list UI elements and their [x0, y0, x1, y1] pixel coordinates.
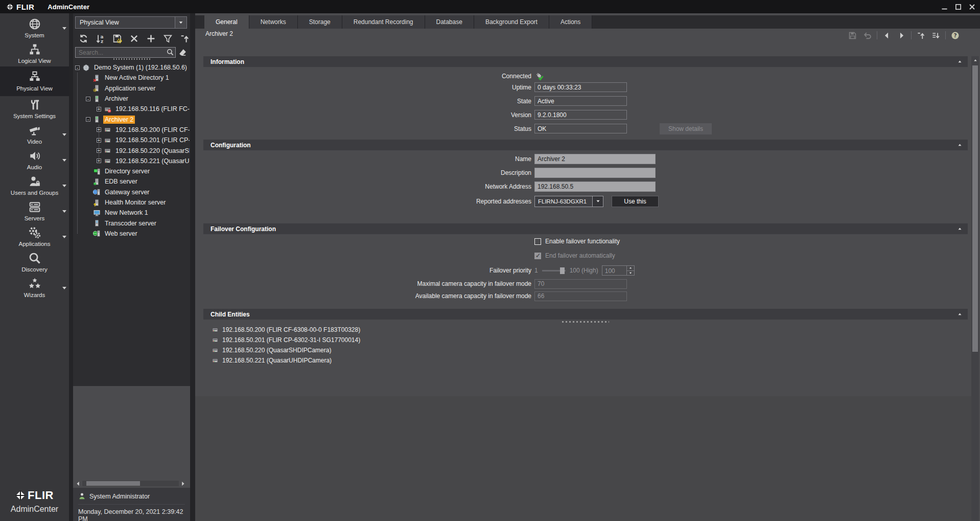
child-entity-row[interactable]: 192.168.50.200 (FLIR CF-6308-00-0 F183T0… [203, 325, 968, 335]
end-failover-checkbox[interactable] [534, 253, 541, 259]
search-input[interactable] [75, 47, 176, 58]
sidebar-item-users-and-groups[interactable]: Users and Groups [0, 173, 69, 198]
tab-general[interactable]: General [204, 15, 249, 29]
information-header[interactable]: Information [203, 56, 968, 67]
collapse-section-icon[interactable] [957, 226, 963, 232]
expander-plus-icon[interactable]: + [97, 158, 101, 163]
enable-failover-checkbox[interactable] [534, 238, 541, 245]
collapse-section-icon[interactable] [957, 311, 963, 317]
tree-node-application-server[interactable]: Application server [73, 83, 190, 94]
tree-node-demo-system-1-192-168-50-6[interactable]: -Demo System (1) (192.168.50.6) [73, 62, 190, 73]
tab-storage[interactable]: Storage [298, 15, 342, 29]
sidebar-item-logical-view[interactable]: Logical View [0, 41, 69, 66]
tree-node-new-network-1[interactable]: New Network 1 [73, 208, 190, 218]
tree-node-new-active-directory-1[interactable]: New Active Directory 1 [73, 73, 190, 83]
max-capacity-field[interactable] [534, 279, 627, 289]
show-details-button[interactable]: Show details [660, 123, 712, 134]
tree-node-gateway-server[interactable]: Gateway server [73, 187, 190, 197]
expander-minus-icon[interactable]: - [75, 65, 80, 70]
plus-icon[interactable] [146, 34, 156, 43]
spinner-down-button[interactable] [627, 270, 634, 276]
scrollbar-track[interactable] [82, 481, 179, 486]
dropdown-arrow-button[interactable] [592, 196, 603, 207]
tab-actions[interactable]: Actions [549, 15, 592, 29]
sort-az-icon[interactable]: az [96, 34, 105, 43]
slider-thumb[interactable] [560, 267, 565, 274]
view-selector-dropdown[interactable]: Physical View [75, 16, 187, 29]
uptime-field[interactable] [534, 82, 627, 92]
view-selector-arrow-button[interactable] [175, 17, 186, 28]
name-field[interactable] [534, 154, 656, 164]
failover-header[interactable]: Failover Configuration [203, 223, 968, 234]
scroll-right-icon[interactable] [180, 481, 186, 487]
forward-button[interactable] [897, 31, 906, 40]
priority-spinner[interactable]: 100 [602, 265, 635, 276]
description-field[interactable] [534, 168, 656, 178]
network-address-field[interactable] [534, 182, 656, 192]
sidebar-item-servers[interactable]: Servers [0, 198, 69, 224]
help-button[interactable]: ? [951, 31, 960, 40]
close-x-icon[interactable] [129, 34, 139, 43]
sidebar-item-wizards[interactable]: Wizards [0, 275, 69, 301]
sidebar-item-applications[interactable]: Applications [0, 224, 69, 250]
tree-node-archiver[interactable]: -Archiver [73, 94, 190, 104]
close-button[interactable] [968, 3, 976, 11]
clear-search-button[interactable] [178, 48, 187, 57]
refresh-icon[interactable] [79, 34, 88, 43]
save-button[interactable] [848, 31, 857, 40]
scroll-up-button[interactable] [972, 57, 978, 64]
tree-node-web-server[interactable]: Web server [73, 229, 190, 239]
tab-redundant-recording[interactable]: Redundant Recording [342, 15, 425, 29]
tab-database[interactable]: Database [425, 15, 474, 29]
minimize-button[interactable] [941, 3, 948, 11]
back-button[interactable] [882, 31, 891, 40]
save-gear-icon[interactable] [112, 34, 122, 43]
collapse-section-icon[interactable] [957, 142, 963, 148]
tree-node-archiver-2[interactable]: -Archiver 2 [73, 114, 190, 124]
collapse-section-icon[interactable] [957, 59, 963, 64]
maximize-button[interactable] [954, 3, 962, 11]
sidebar-item-physical-view[interactable]: Physical View [0, 66, 69, 96]
available-capacity-field[interactable] [534, 291, 627, 301]
child-entity-row[interactable]: 192.168.50.221 (QuasarUHDIPCamera) [203, 355, 968, 366]
undo-button[interactable] [863, 31, 872, 40]
child-entities-header[interactable]: Child Entities [203, 309, 968, 320]
tree-node-192-168-50-201-flir-cp-63[interactable]: +192.168.50.201 (FLIR CP-63 [73, 135, 190, 145]
tree-node-192-168-50-200-flir-cf-63[interactable]: +192.168.50.200 (FLIR CF-63 [73, 125, 190, 135]
expander-minus-icon[interactable]: - [86, 97, 90, 101]
scrollbar-thumb[interactable] [972, 65, 978, 352]
sidebar-item-system-settings[interactable]: System Settings [0, 96, 69, 122]
configuration-header[interactable]: Configuration [203, 140, 968, 150]
sidebar-item-audio[interactable]: Audio [0, 147, 69, 173]
spinner-up-button[interactable] [627, 266, 634, 270]
expander-plus-icon[interactable]: + [97, 148, 101, 153]
scrollbar-thumb[interactable] [86, 481, 141, 486]
splitter-handle[interactable] [113, 58, 150, 60]
child-entity-row[interactable]: 192.168.50.220 (QuasarSHDIPCamera) [203, 345, 968, 355]
tree-node-192-168-50-116-flir-fc-se[interactable]: +192.168.50.116 (FLIR FC-Se [73, 104, 190, 114]
status-field[interactable] [534, 124, 627, 133]
priority-slider[interactable] [542, 267, 566, 274]
state-field[interactable] [534, 96, 627, 106]
version-field[interactable] [534, 110, 627, 120]
sidebar-item-discovery[interactable]: Discovery [0, 250, 69, 275]
tab-networks[interactable]: Networks [249, 15, 298, 29]
expand-all-button[interactable] [931, 31, 940, 40]
collapse-all-button[interactable] [917, 31, 925, 40]
expander-plus-icon[interactable]: + [97, 138, 101, 143]
tree-horizontal-scrollbar[interactable] [75, 480, 186, 487]
sidebar-item-video[interactable]: Video [0, 122, 69, 147]
reported-addresses-dropdown[interactable]: FLIRNJ-63DGXR1 [534, 196, 603, 207]
tree-node-directory-server[interactable]: Directory server [73, 166, 190, 176]
promote-icon[interactable] [180, 34, 190, 43]
use-this-button[interactable]: Use this [612, 196, 659, 207]
tree-node-192-168-50-221-quasaruh[interactable]: +192.168.50.221 (QuasarUH [73, 156, 190, 166]
expander-minus-icon[interactable]: - [86, 117, 90, 122]
tree-node-192-168-50-220-quasarshd[interactable]: +192.168.50.220 (QuasarSHD [73, 145, 190, 155]
funnel-icon[interactable] [163, 34, 173, 43]
expander-plus-icon[interactable]: + [97, 127, 101, 132]
main-vertical-scrollbar[interactable] [971, 56, 979, 521]
expander-plus-icon[interactable]: + [97, 107, 101, 111]
scroll-left-icon[interactable] [75, 481, 81, 487]
tab-background-export[interactable]: Background Export [474, 15, 549, 29]
